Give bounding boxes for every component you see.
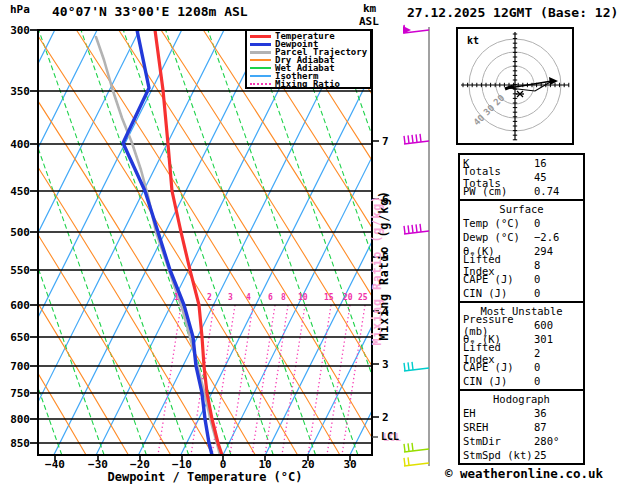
pressure-tick-label: 550 <box>0 265 30 276</box>
pressure-tick-label: 300 <box>0 25 30 36</box>
table-row: CIN (J)0 <box>460 286 583 300</box>
pressure-tick-label: 350 <box>0 86 30 97</box>
table-row: SREH87 <box>460 420 583 434</box>
table-section: K16Totals Totals45PW (cm)0.74 <box>458 153 585 201</box>
mixing-ratio-value: 25 <box>358 294 368 302</box>
table-row-label: StmSpd (kt) <box>463 449 533 461</box>
km-tick-label: 7 <box>382 136 389 147</box>
wind-barb <box>403 25 429 34</box>
table-row-label: Temp (°C) <box>463 217 520 229</box>
table-row-value: 45 <box>534 171 580 183</box>
table-row-label: StmDir <box>463 435 501 447</box>
table-section: Most UnstablePressure (mb)600θₑ (K)301Li… <box>458 301 585 391</box>
legend-swatch <box>250 51 271 54</box>
km-tick-label: 5 <box>382 252 389 263</box>
mixing-ratio-value: 8 <box>281 294 286 302</box>
pressure-unit-label: hPa <box>10 4 30 15</box>
table-row-label: CAPE (J) <box>463 273 514 285</box>
table-row-value: 2 <box>534 347 580 359</box>
table-row-value: 8 <box>534 259 580 271</box>
legend-swatch <box>250 43 271 46</box>
table-row-value: 0 <box>534 375 580 387</box>
table-row-label: CIN (J) <box>463 287 507 299</box>
legend-swatch <box>250 59 271 61</box>
legend-label: Mixing Ratio <box>275 79 340 89</box>
table-row-value: 87 <box>534 421 580 433</box>
temp-tick-label: 0 <box>206 459 240 470</box>
mixing-ratio-line <box>282 305 305 455</box>
mixing-ratio-value: 15 <box>324 294 334 302</box>
hodograph-unit-label: kt <box>467 36 479 46</box>
temp-tick-label: −20 <box>123 459 157 470</box>
pressure-tick-label: 850 <box>0 438 30 449</box>
wind-barb <box>404 443 429 452</box>
wet-adiabat-line <box>81 30 231 455</box>
table-row-value: 0.74 <box>534 185 580 197</box>
altitude-unit-km: km <box>363 3 376 14</box>
legend-swatch <box>250 35 271 38</box>
wet-adiabat-line <box>208 30 358 455</box>
pressure-tick-label: 500 <box>0 227 30 238</box>
pressure-tick-label: 400 <box>0 139 30 150</box>
table-row: Dewp (°C)−2.6 <box>460 230 583 244</box>
table-row: Lifted Index2 <box>460 346 583 360</box>
temp-tick-label: −30 <box>81 459 115 470</box>
mixing-ratio-line <box>252 305 275 455</box>
table-row-value: 600 <box>534 319 580 331</box>
mixing-ratio-value: 10 <box>298 294 308 302</box>
table-row-value: 0 <box>534 287 580 299</box>
table-row: StmSpd (kt)25 <box>460 448 583 462</box>
table-section-title: Hodograph <box>460 392 583 406</box>
table-row-label: CAPE (J) <box>463 361 514 373</box>
table-row-label: Dewp (°C) <box>463 231 520 243</box>
wet-adiabat-line <box>293 30 443 455</box>
temp-tick-label: 30 <box>333 459 367 470</box>
temp-tick-label: −40 <box>38 459 72 470</box>
wind-barb <box>404 457 429 466</box>
km-tick-label: 6 <box>382 194 389 205</box>
copyright: © weatheronline.co.uk <box>445 468 603 481</box>
datetime-label: 27.12.2025 12GMT (Base: 12) <box>407 6 618 19</box>
table-section: SurfaceTemp (°C)0Dewp (°C)−2.6θₑ(K)294Li… <box>458 199 585 303</box>
temp-tick-label: 20 <box>291 459 325 470</box>
mixing-ratio-value: 6 <box>268 294 273 302</box>
table-row: Pressure (mb)600 <box>460 318 583 332</box>
table-row-value: 280° <box>534 435 580 447</box>
legend-swatch <box>250 75 271 77</box>
mixing-ratio-value: 2 <box>207 294 212 302</box>
x-axis-title: Dewpoint / Temperature (°C) <box>60 471 350 483</box>
table-row-value: 25 <box>534 449 580 461</box>
table-row-value: 16 <box>534 157 580 169</box>
pressure-tick-label: 650 <box>0 332 30 343</box>
indices-table: K16Totals Totals45PW (cm)0.74SurfaceTemp… <box>458 155 585 465</box>
legend: TemperatureDewpointParcel TrajectoryDry … <box>245 29 372 89</box>
table-row-value: 0 <box>534 273 580 285</box>
temp-tick-label: 10 <box>248 459 282 470</box>
table-row-value: 0 <box>534 361 580 373</box>
mixing-ratio-value: 1 <box>174 294 179 302</box>
mixing-ratio-value: 3 <box>228 294 233 302</box>
wind-barb <box>404 362 429 371</box>
wind-barb <box>404 224 429 234</box>
pressure-tick-label: 450 <box>0 186 30 197</box>
temp-tick-label: −10 <box>165 459 199 470</box>
table-section: HodographEH36SREH87StmDir280°StmSpd (kt)… <box>458 389 585 465</box>
km-tick-label: 4 <box>382 306 389 317</box>
pressure-tick-label: 750 <box>0 388 30 399</box>
table-row-value: 0 <box>534 217 580 229</box>
table-row: Temp (°C)0 <box>460 216 583 230</box>
mixing-ratio-line <box>230 305 253 455</box>
km-tick-label: 3 <box>382 359 389 370</box>
table-row-value: −2.6 <box>534 231 580 243</box>
wet-adiabat-line <box>166 30 316 455</box>
table-row-label: CIN (J) <box>463 375 507 387</box>
legend-item-mixing-ratio: Mixing Ratio <box>250 80 370 88</box>
sounding-chart: hPa 40°07'N 33°00'E 1208m ASL km ASL 27.… <box>0 0 629 486</box>
dry-adiabat-line <box>0 30 213 455</box>
table-row-label: PW (cm) <box>463 185 507 197</box>
table-section-title: Surface <box>460 202 583 216</box>
table-row: StmDir280° <box>460 434 583 448</box>
pressure-tick-label: 800 <box>0 414 30 425</box>
legend-swatch <box>250 83 271 85</box>
table-row-label: EH <box>463 407 476 419</box>
